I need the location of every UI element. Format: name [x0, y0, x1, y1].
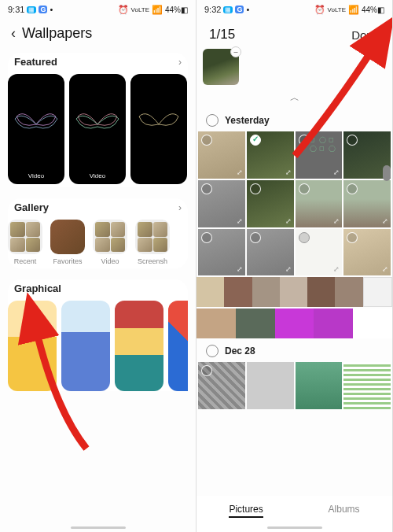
google-icon: G	[235, 6, 244, 13]
photo-cell[interactable]	[343, 362, 391, 409]
graphical-section: Graphical	[8, 279, 188, 391]
featured-wallpaper[interactable]: Video	[8, 74, 64, 184]
date-header[interactable]: Yesterday	[196, 108, 392, 131]
graphical-wallpaper[interactable]	[115, 301, 163, 391]
gallery-favorites[interactable]: Favorites	[50, 220, 85, 265]
photo-cell[interactable]: ⤢	[296, 229, 343, 276]
gallery-notif-icon: ▦	[27, 6, 36, 13]
clock: 9:31	[8, 5, 24, 14]
photo-cell[interactable]: ⤢	[247, 180, 294, 227]
status-bar: 9:31 ▦ G • ⏰ VoLTE 📶 44%◧	[0, 0, 196, 17]
gallery-section: Gallery › Recent Favorites Video Screens…	[8, 198, 188, 268]
featured-wallpaper[interactable]	[130, 74, 187, 184]
collapse-toggle[interactable]: ︿	[196, 88, 392, 108]
status-bar: 9:32 ▦ G • ⏰ VoLTE 📶 44%◧	[196, 0, 392, 17]
featured-header[interactable]: Featured ›	[8, 53, 188, 74]
header: ‹ Wallpapers	[0, 17, 196, 53]
done-button[interactable]: Done	[351, 28, 380, 42]
select-all-circle[interactable]	[206, 345, 219, 357]
photo-cell[interactable]: ⤢	[296, 180, 343, 227]
more-icon: •	[246, 5, 249, 14]
photo-grid: ⤢ ⤢ ◻◯◻◯◻◯⤢ ⤢ ⤢ ⤢ ⤢ ⤢ ⤢ ⤢ ⤢ ⤢	[196, 131, 392, 275]
photo-cell[interactable]: ⤢	[247, 131, 294, 179]
wallpapers-screen: 9:31 ▦ G • ⏰ VoLTE 📶 44%◧ ‹ Wallpapers F…	[0, 0, 196, 532]
graphical-wallpaper[interactable]	[168, 301, 188, 391]
graphical-wallpaper[interactable]	[61, 301, 110, 391]
more-icon: •	[50, 5, 53, 14]
photo-row-pixelated	[196, 308, 392, 338]
nav-handle[interactable]	[71, 526, 126, 529]
selected-thumb[interactable]: –	[203, 49, 239, 85]
featured-wallpaper[interactable]: Video	[69, 74, 126, 184]
gallery-notif-icon: ▦	[223, 6, 233, 13]
photo-cell[interactable]: ⤢	[198, 180, 245, 227]
photo-cell[interactable]: ⤢	[343, 180, 391, 227]
clock: 9:32	[204, 5, 221, 14]
gallery-header[interactable]: Gallery ›	[8, 198, 188, 220]
photo-cell[interactable]: ◻◯◻◯◻◯⤢	[296, 131, 343, 179]
back-icon[interactable]: ‹	[11, 25, 16, 42]
signal-icon: 📶	[152, 5, 163, 15]
vpn-icon: VoLTE	[131, 6, 149, 13]
google-icon: G	[39, 6, 47, 13]
photo-cell[interactable]: ⤢	[247, 229, 294, 276]
photo-cell[interactable]: ⤢	[343, 229, 391, 276]
selection-counter: 1/15	[209, 27, 235, 42]
alarm-icon: ⏰	[118, 5, 129, 15]
photo-cell[interactable]	[247, 362, 294, 409]
battery: 44%◧	[165, 6, 188, 14]
photo-row-pixelated	[196, 277, 392, 307]
tab-pictures[interactable]: Pictures	[229, 504, 263, 518]
page-title: Wallpapers	[22, 25, 92, 42]
selected-strip: –	[196, 49, 392, 88]
scroll-thumb[interactable]	[383, 165, 391, 181]
alarm-icon: ⏰	[314, 5, 325, 15]
vpn-icon: VoLTE	[328, 6, 346, 13]
nav-handle[interactable]	[267, 526, 322, 529]
date-header[interactable]: Dec 28	[196, 338, 392, 362]
gallery-recent[interactable]: Recent	[8, 220, 42, 265]
signal-icon: 📶	[348, 5, 359, 15]
photo-cell[interactable]: ⤢	[198, 131, 245, 179]
gallery-video[interactable]: Video	[93, 220, 127, 265]
graphical-wallpaper[interactable]	[8, 301, 57, 391]
gallery-screenshots[interactable]: Screensh	[135, 220, 170, 265]
battery: 44%◧	[362, 6, 384, 14]
photo-cell[interactable]	[296, 362, 343, 409]
tab-albums[interactable]: Albums	[329, 504, 360, 518]
chevron-right-icon: ›	[178, 202, 182, 213]
picker-screen: 9:32 ▦ G • ⏰ VoLTE 📶 44%◧ 1/15 Done – ︿ …	[196, 0, 393, 532]
photo-cell[interactable]	[198, 362, 245, 409]
photo-cell[interactable]: ⤢	[198, 229, 245, 276]
select-all-circle[interactable]	[206, 114, 219, 127]
featured-section: Featured › Video Video	[8, 53, 188, 187]
chevron-right-icon: ›	[178, 57, 182, 68]
graphical-header[interactable]: Graphical	[8, 279, 188, 301]
remove-icon[interactable]: –	[230, 46, 241, 57]
